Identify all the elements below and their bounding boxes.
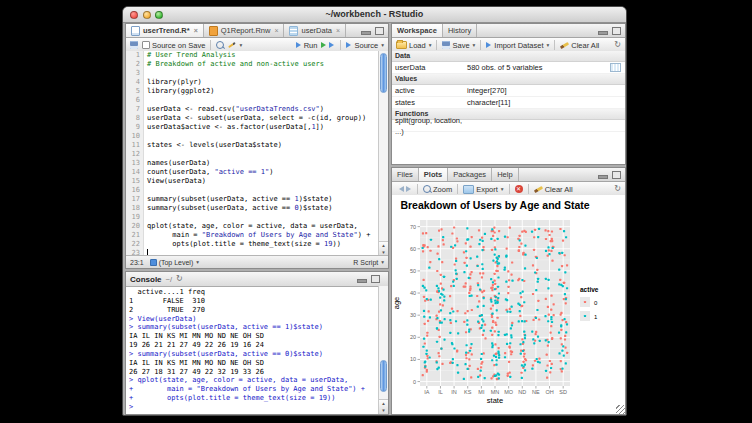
import-dataset-button[interactable]: Import Dataset▾ xyxy=(486,41,549,50)
refresh-icon[interactable]: ↻ xyxy=(614,185,621,193)
zoom-plot-button[interactable]: Zoom xyxy=(423,185,452,194)
clear-all-button[interactable]: Clear All xyxy=(560,41,599,50)
run-icon xyxy=(296,42,304,48)
minimize-window-button[interactable] xyxy=(143,11,151,19)
tab-label: Q1Report.Rnw xyxy=(221,26,271,35)
tab-packages[interactable]: Packages xyxy=(448,168,492,181)
line-number: 12 xyxy=(126,150,144,159)
tab-help[interactable]: Help xyxy=(492,168,518,181)
console-output-line: 1 FALSE 310 xyxy=(129,297,378,306)
console-scrollbar[interactable]: ▲▼ xyxy=(378,286,388,414)
code-text xyxy=(144,213,147,222)
scrollbar-arrows[interactable]: ▲▼ xyxy=(379,399,388,414)
remove-plot-button[interactable]: ✕ xyxy=(515,185,523,193)
svg-text:KS: KS xyxy=(464,389,472,395)
source-on-save-checkbox[interactable]: Source on Save xyxy=(142,41,205,50)
svg-text:MO: MO xyxy=(504,389,514,395)
source-button[interactable]: Source▾ xyxy=(346,41,384,50)
close-tab-icon[interactable]: × xyxy=(194,27,198,34)
svg-text:60: 60 xyxy=(410,246,416,252)
scope-selector[interactable]: (Top Level)▾ xyxy=(150,259,199,266)
code-editor[interactable]: 1# User Trend Analysis2# Breakdown of ac… xyxy=(126,51,378,256)
svg-text:IA: IA xyxy=(424,389,430,395)
maximize-pane-icon[interactable] xyxy=(612,171,621,179)
view-data-grid-icon[interactable] xyxy=(610,63,621,72)
code-text: opts(plot.title = theme_text(size = 19)) xyxy=(144,240,341,249)
legend: active01 xyxy=(580,286,599,321)
code-text xyxy=(144,186,147,195)
scrollbar-thumb[interactable] xyxy=(380,53,387,93)
code-text: summary(subset(userData, active == 0)$st… xyxy=(144,204,332,213)
line-number: 19 xyxy=(126,213,144,222)
close-window-button[interactable] xyxy=(130,11,138,19)
toolbar-separator xyxy=(436,40,437,50)
save-workspace-button[interactable]: Save▾ xyxy=(442,41,475,50)
maximize-pane-icon[interactable] xyxy=(371,275,380,283)
titlebar[interactable]: ~/workbench - RStudio xyxy=(123,7,626,23)
chevron-down-icon: ▾ xyxy=(381,42,384,48)
tab-label: Packages xyxy=(453,170,486,179)
plot-canvas[interactable]: Breakdown of Users by Age and State01020… xyxy=(392,195,625,414)
editor-statusbar: 23:1 (Top Level)▾ R Script▾ xyxy=(126,255,388,268)
workspace-row[interactable]: split(group, location, ...) xyxy=(392,120,625,132)
tab-workspace[interactable]: Workspace xyxy=(392,24,443,37)
workspace-row[interactable]: statescharacter[11] xyxy=(392,97,625,109)
run-button[interactable]: Run xyxy=(296,41,318,50)
code-line: 14count(userData, "active == 1") xyxy=(126,168,378,177)
console-input-line: > summary(subset(userData, active == 1)$… xyxy=(129,323,378,332)
console-open-icon[interactable]: ↻ xyxy=(176,275,183,283)
minimize-pane-icon[interactable] xyxy=(598,31,608,35)
refresh-icon[interactable]: ↻ xyxy=(614,41,621,49)
source-icon xyxy=(346,42,354,48)
desktop: ~/workbench - RStudio userTrend.R*×Q1Rep… xyxy=(0,0,752,423)
find-button[interactable] xyxy=(216,41,224,49)
export-plot-button[interactable]: Export▾ xyxy=(463,185,503,194)
workspace-row[interactable]: activeinteger[270] xyxy=(392,85,625,97)
object-value: 580 obs. of 5 variables xyxy=(467,62,610,73)
code-text xyxy=(144,150,147,159)
workspace-row[interactable]: userData580 obs. of 5 variables xyxy=(392,62,625,74)
line-number: 17 xyxy=(126,195,144,204)
file-type-selector[interactable]: R Script▾ xyxy=(353,259,384,266)
code-text: # User Trend Analysis xyxy=(144,51,236,60)
resize-grip-icon[interactable] xyxy=(616,405,625,414)
load-button[interactable]: Load▾ xyxy=(396,41,431,50)
toolbar-separator xyxy=(210,40,211,50)
tab-history[interactable]: History xyxy=(443,24,477,37)
editor-tab-q1report-rnw[interactable]: Q1Report.Rnw× xyxy=(204,24,285,37)
clear-plots-button[interactable]: Clear All xyxy=(534,185,573,194)
console-output-line: IA IL IN KS MI MN MO ND NE OH SD xyxy=(129,332,378,341)
editor-tab-usertrend-r-[interactable]: userTrend.R*× xyxy=(126,24,204,37)
rerun-button[interactable] xyxy=(321,42,335,48)
minimize-pane-icon[interactable] xyxy=(598,175,608,179)
tab-files[interactable]: Files xyxy=(392,168,419,181)
code-text: summary(subset(userData, active == 1)$st… xyxy=(144,195,332,204)
ggplot-scatter: Breakdown of Users by Age and State01020… xyxy=(392,195,625,414)
scrollbar-thumb[interactable] xyxy=(380,360,387,392)
next-plot-button[interactable] xyxy=(406,186,412,192)
editor-scrollbar[interactable]: ▲▼ xyxy=(378,51,388,256)
previous-plot-button[interactable] xyxy=(396,186,402,192)
zoom-window-button[interactable] xyxy=(155,11,163,19)
maximize-pane-icon[interactable] xyxy=(375,27,384,35)
close-tab-icon[interactable]: × xyxy=(274,27,278,34)
scrollbar-arrows[interactable]: ▲▼ xyxy=(379,241,388,256)
console-path: ~/ xyxy=(166,275,172,284)
object-name: states xyxy=(392,97,467,108)
editor-tab-userdata[interactable]: userData× xyxy=(284,24,346,37)
tab-plots[interactable]: Plots xyxy=(419,168,448,181)
line-number: 13 xyxy=(126,159,144,168)
save-button[interactable] xyxy=(130,41,138,49)
minimize-pane-icon[interactable] xyxy=(361,31,371,35)
plots-pane: FilesPlotsPackagesHelp Zoom Export▾ ✕ Cl… xyxy=(391,167,626,415)
minimize-pane-icon[interactable] xyxy=(357,279,367,283)
code-line: 7userData <- read.csv("userDataTrends.cs… xyxy=(126,105,378,114)
console-output[interactable]: active....1 freq1 FALSE 3102 TRUE 270> V… xyxy=(126,286,378,414)
console-input-line: + opts(plot.title = theme_text(size = 19… xyxy=(129,394,378,403)
maximize-pane-icon[interactable] xyxy=(612,27,621,35)
line-number: 22 xyxy=(126,240,144,249)
close-tab-icon[interactable]: × xyxy=(336,27,340,34)
line-number: 21 xyxy=(126,231,144,240)
chevron-down-icon: ▾ xyxy=(473,42,476,48)
code-tools-button[interactable]: ▾ xyxy=(228,42,242,48)
